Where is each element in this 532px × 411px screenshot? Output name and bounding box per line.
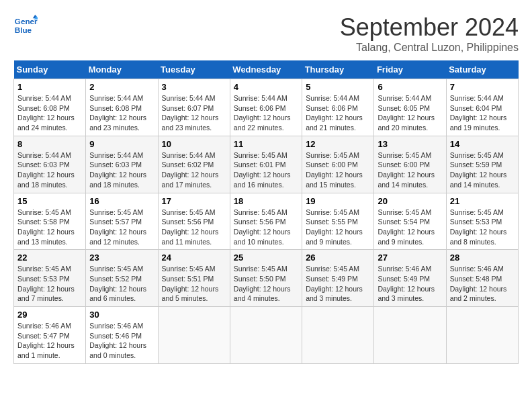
calendar-cell-2: 2Sunrise: 5:44 AMSunset: 6:08 PMDaylight… [86,79,158,136]
calendar-cell-empty [158,307,230,364]
day-header-tuesday: Tuesday [158,60,230,79]
calendar-week-2: 8Sunrise: 5:44 AMSunset: 6:03 PMDaylight… [14,136,519,193]
cell-info: Sunrise: 5:45 AMSunset: 6:00 PMDaylight:… [378,150,442,190]
calendar-cell-empty [374,307,446,364]
day-number: 3 [162,82,226,92]
cell-info: Sunrise: 5:44 AMSunset: 6:06 PMDaylight:… [234,93,298,133]
day-number: 13 [378,139,442,149]
cell-info: Sunrise: 5:44 AMSunset: 6:08 PMDaylight:… [89,93,154,133]
cell-info: Sunrise: 5:45 AMSunset: 5:57 PMDaylight:… [89,208,154,247]
calendar-cell-29: 29Sunrise: 5:46 AMSunset: 5:47 PMDayligh… [14,307,86,364]
logo: General Blue [13,13,38,38]
calendar-cell-27: 27Sunrise: 5:46 AMSunset: 5:49 PMDayligh… [374,250,446,307]
calendar-cell-22: 22Sunrise: 5:45 AMSunset: 5:53 PMDayligh… [14,250,86,307]
cell-info: Sunrise: 5:45 AMSunset: 5:50 PMDaylight:… [234,264,298,304]
calendar-header-row: SundayMondayTuesdayWednesdayThursdayFrid… [14,60,519,79]
calendar-table: SundayMondayTuesdayWednesdayThursdayFrid… [13,60,519,364]
calendar-week-3: 15Sunrise: 5:45 AMSunset: 5:58 PMDayligh… [14,193,519,250]
calendar-cell-3: 3Sunrise: 5:44 AMSunset: 6:07 PMDaylight… [158,79,230,136]
day-number: 28 [450,253,515,263]
month-title: September 2024 [340,13,519,42]
cell-info: Sunrise: 5:45 AMSunset: 6:00 PMDaylight:… [306,150,370,190]
cell-info: Sunrise: 5:45 AMSunset: 5:53 PMDaylight:… [450,208,515,247]
calendar-cell-28: 28Sunrise: 5:46 AMSunset: 5:48 PMDayligh… [446,250,518,307]
day-number: 4 [234,82,298,92]
calendar-cell-9: 9Sunrise: 5:44 AMSunset: 6:03 PMDaylight… [86,136,158,193]
calendar-week-1: 1Sunrise: 5:44 AMSunset: 6:08 PMDaylight… [14,79,519,136]
day-number: 19 [306,196,370,206]
cell-info: Sunrise: 5:45 AMSunset: 5:56 PMDaylight:… [234,208,298,247]
day-number: 22 [17,253,82,263]
logo-icon: General Blue [13,13,38,38]
cell-info: Sunrise: 5:44 AMSunset: 6:03 PMDaylight:… [89,150,154,190]
calendar-cell-16: 16Sunrise: 5:45 AMSunset: 5:57 PMDayligh… [86,193,158,250]
calendar-cell-21: 21Sunrise: 5:45 AMSunset: 5:53 PMDayligh… [446,193,518,250]
calendar-cell-19: 19Sunrise: 5:45 AMSunset: 5:55 PMDayligh… [302,193,374,250]
calendar-cell-20: 20Sunrise: 5:45 AMSunset: 5:54 PMDayligh… [374,193,446,250]
day-number: 21 [450,196,515,206]
calendar-cell-14: 14Sunrise: 5:45 AMSunset: 5:59 PMDayligh… [446,136,518,193]
calendar-cell-empty [446,307,518,364]
calendar-cell-1: 1Sunrise: 5:44 AMSunset: 6:08 PMDaylight… [14,79,86,136]
day-number: 5 [306,82,370,92]
cell-info: Sunrise: 5:45 AMSunset: 5:53 PMDaylight:… [17,264,82,304]
calendar-cell-26: 26Sunrise: 5:45 AMSunset: 5:49 PMDayligh… [302,250,374,307]
cell-info: Sunrise: 5:44 AMSunset: 6:04 PMDaylight:… [450,93,515,133]
svg-text:Blue: Blue [15,26,32,34]
day-header-wednesday: Wednesday [230,60,302,79]
cell-info: Sunrise: 5:46 AMSunset: 5:49 PMDaylight:… [378,264,442,304]
cell-info: Sunrise: 5:44 AMSunset: 6:03 PMDaylight:… [17,150,82,190]
calendar-cell-12: 12Sunrise: 5:45 AMSunset: 6:00 PMDayligh… [302,136,374,193]
calendar-cell-18: 18Sunrise: 5:45 AMSunset: 5:56 PMDayligh… [230,193,302,250]
calendar-cell-8: 8Sunrise: 5:44 AMSunset: 6:03 PMDaylight… [14,136,86,193]
day-number: 7 [450,82,515,92]
day-number: 27 [378,253,442,263]
page-header: General Blue September 2024 Talang, Cent… [13,13,519,54]
day-number: 9 [89,139,154,149]
calendar-cell-30: 30Sunrise: 5:46 AMSunset: 5:46 PMDayligh… [86,307,158,364]
cell-info: Sunrise: 5:45 AMSunset: 5:54 PMDaylight:… [378,208,442,247]
calendar-cell-15: 15Sunrise: 5:45 AMSunset: 5:58 PMDayligh… [14,193,86,250]
cell-info: Sunrise: 5:45 AMSunset: 5:52 PMDaylight:… [89,264,154,304]
calendar-week-5: 29Sunrise: 5:46 AMSunset: 5:47 PMDayligh… [14,307,519,364]
cell-info: Sunrise: 5:46 AMSunset: 5:47 PMDaylight:… [17,321,82,361]
calendar-cell-4: 4Sunrise: 5:44 AMSunset: 6:06 PMDaylight… [230,79,302,136]
cell-info: Sunrise: 5:45 AMSunset: 5:56 PMDaylight:… [162,208,226,247]
day-header-thursday: Thursday [302,60,374,79]
calendar-cell-empty [302,307,374,364]
day-number: 16 [89,196,154,206]
cell-info: Sunrise: 5:45 AMSunset: 5:59 PMDaylight:… [450,150,515,190]
location-title: Talang, Central Luzon, Philippines [340,42,519,54]
day-number: 6 [378,82,442,92]
day-number: 29 [17,310,82,320]
day-number: 15 [17,196,82,206]
day-number: 30 [89,310,154,320]
day-number: 24 [162,253,226,263]
calendar-cell-5: 5Sunrise: 5:44 AMSunset: 6:06 PMDaylight… [302,79,374,136]
day-header-monday: Monday [86,60,158,79]
cell-info: Sunrise: 5:44 AMSunset: 6:05 PMDaylight:… [378,93,442,133]
day-number: 2 [89,82,154,92]
day-number: 11 [234,139,298,149]
calendar-cell-23: 23Sunrise: 5:45 AMSunset: 5:52 PMDayligh… [86,250,158,307]
cell-info: Sunrise: 5:45 AMSunset: 6:01 PMDaylight:… [234,150,298,190]
calendar-cell-17: 17Sunrise: 5:45 AMSunset: 5:56 PMDayligh… [158,193,230,250]
day-number: 8 [17,139,82,149]
calendar-cell-10: 10Sunrise: 5:44 AMSunset: 6:02 PMDayligh… [158,136,230,193]
cell-info: Sunrise: 5:44 AMSunset: 6:08 PMDaylight:… [17,93,82,133]
calendar-week-4: 22Sunrise: 5:45 AMSunset: 5:53 PMDayligh… [14,250,519,307]
calendar-cell-13: 13Sunrise: 5:45 AMSunset: 6:00 PMDayligh… [374,136,446,193]
calendar-cell-24: 24Sunrise: 5:45 AMSunset: 5:51 PMDayligh… [158,250,230,307]
day-header-friday: Friday [374,60,446,79]
day-number: 17 [162,196,226,206]
cell-info: Sunrise: 5:44 AMSunset: 6:07 PMDaylight:… [162,93,226,133]
cell-info: Sunrise: 5:46 AMSunset: 5:46 PMDaylight:… [89,321,154,361]
cell-info: Sunrise: 5:44 AMSunset: 6:02 PMDaylight:… [162,150,226,190]
day-number: 23 [89,253,154,263]
cell-info: Sunrise: 5:45 AMSunset: 5:58 PMDaylight:… [17,208,82,247]
cell-info: Sunrise: 5:46 AMSunset: 5:48 PMDaylight:… [450,264,515,304]
day-number: 25 [234,253,298,263]
day-number: 26 [306,253,370,263]
title-area: September 2024 Talang, Central Luzon, Ph… [340,13,519,54]
day-number: 18 [234,196,298,206]
